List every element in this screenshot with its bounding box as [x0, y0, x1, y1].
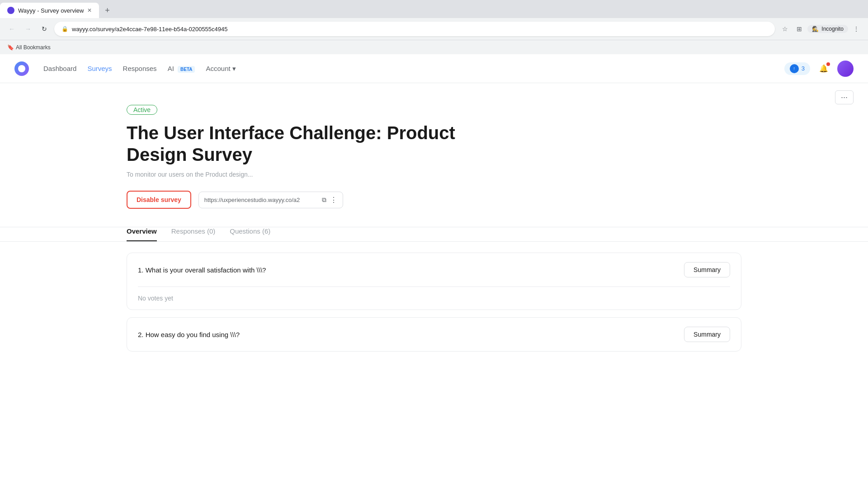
active-tab[interactable]: Wayyy - Survey overview ✕: [0, 3, 99, 18]
nav-surveys[interactable]: Surveys: [87, 63, 112, 74]
browser-nav-bar: ← → ↻ 🔒 wayyy.co/survey/a2e4ccae-7e98-11…: [0, 18, 868, 40]
question-card-1: 1. What is your overall satisfaction wit…: [127, 253, 741, 310]
survey-header: ··· Active The User Interface Challenge:…: [0, 83, 868, 227]
update-icon-symbol: ↑: [793, 66, 795, 71]
back-button[interactable]: ←: [5, 23, 18, 35]
survey-url-text: https://uxperiencestudio.wayyy.co/a2: [204, 197, 318, 203]
tab-responses[interactable]: Responses (0): [171, 227, 216, 241]
bookmarks-label: All Bookmarks: [16, 44, 51, 51]
incognito-badge: 🕵 Incognito: [807, 25, 848, 33]
reader-button[interactable]: ⊞: [793, 23, 806, 35]
address-bar[interactable]: 🔒 wayyy.co/survey/a2e4ccae-7e98-11ee-b54…: [54, 22, 775, 36]
more-options-button[interactable]: ···: [835, 90, 854, 104]
nav-account[interactable]: Account ▾: [206, 63, 236, 75]
tab-title: Wayyy - Survey overview: [18, 7, 84, 14]
bookmark-button[interactable]: ☆: [778, 23, 791, 35]
copy-icon[interactable]: ⧉: [322, 196, 326, 204]
no-votes-label-1: No votes yet: [138, 295, 173, 302]
disable-survey-button[interactable]: Disable survey: [127, 191, 191, 209]
app-header: Dashboard Surveys Responses AI BETA Acco…: [0, 54, 868, 83]
bookmarks-icon: 🔖: [7, 44, 14, 51]
tab-questions[interactable]: Questions (6): [230, 227, 270, 241]
tab-overview[interactable]: Overview: [127, 227, 157, 241]
avatar[interactable]: [837, 61, 854, 77]
browser-nav-actions: ☆ ⊞ 🕵 Incognito ⋮: [778, 23, 863, 35]
chevron-down-icon: ▾: [232, 65, 236, 73]
app-logo[interactable]: [14, 61, 29, 76]
tab-bar: Wayyy - Survey overview ✕ +: [0, 0, 868, 18]
survey-title: The User Interface Challenge: Product De…: [127, 122, 466, 165]
nav-responses[interactable]: Responses: [123, 63, 157, 74]
question-body-1: No votes yet: [127, 287, 741, 310]
tab-close-button[interactable]: ✕: [87, 7, 92, 14]
notification-dot: [826, 62, 830, 66]
incognito-icon: 🕵: [812, 26, 819, 32]
beta-badge: BETA: [178, 66, 195, 73]
question-text-2: 2. How easy do you find using \\\?: [138, 331, 240, 338]
update-badge[interactable]: ↑ 3: [784, 62, 810, 75]
nav-dashboard[interactable]: Dashboard: [43, 63, 76, 74]
summary-button-1[interactable]: Summary: [684, 262, 730, 277]
survey-tabs: Overview Responses (0) Questions (6): [127, 227, 741, 241]
header-actions: ↑ 3 🔔: [784, 61, 854, 77]
nav-ai[interactable]: AI BETA: [168, 63, 195, 74]
logo-dot: [18, 65, 25, 72]
question-header-2: 2. How easy do you find using \\\? Summa…: [127, 318, 741, 351]
incognito-label: Incognito: [821, 26, 844, 32]
survey-url-box: https://uxperiencestudio.wayyy.co/a2 ⧉ ⋮: [198, 192, 343, 208]
menu-button[interactable]: ⋮: [850, 23, 863, 35]
summary-button-2[interactable]: Summary: [684, 327, 730, 342]
url-more-button[interactable]: ⋮: [330, 196, 337, 204]
update-icon: ↑: [790, 64, 799, 73]
app-nav: Dashboard Surveys Responses AI BETA Acco…: [43, 63, 770, 75]
new-tab-button[interactable]: +: [101, 4, 113, 17]
status-badge: Active: [127, 105, 157, 115]
notifications-button[interactable]: 🔔: [816, 61, 832, 77]
question-card-2: 2. How easy do you find using \\\? Summa…: [127, 317, 741, 352]
forward-button[interactable]: →: [22, 23, 34, 35]
survey-description: To monitor our users on the Product desi…: [127, 171, 741, 178]
url-text: wayyy.co/survey/a2e4ccae-7e98-11ee-b54a-…: [72, 26, 228, 33]
question-header-1: 1. What is your overall satisfaction wit…: [127, 253, 741, 286]
lock-icon: 🔒: [61, 26, 68, 32]
update-count: 3: [802, 65, 805, 72]
reload-button[interactable]: ↻: [38, 23, 51, 35]
bookmarks-bar: 🔖 All Bookmarks: [0, 40, 868, 54]
questions-section: 1. What is your overall satisfaction wit…: [0, 242, 868, 370]
question-text-1: 1. What is your overall satisfaction wit…: [138, 266, 266, 274]
browser-chrome: Wayyy - Survey overview ✕ + ← → ↻ 🔒 wayy…: [0, 0, 868, 54]
tab-favicon: [7, 7, 14, 14]
survey-actions: Disable survey https://uxperiencestudio.…: [127, 191, 741, 209]
